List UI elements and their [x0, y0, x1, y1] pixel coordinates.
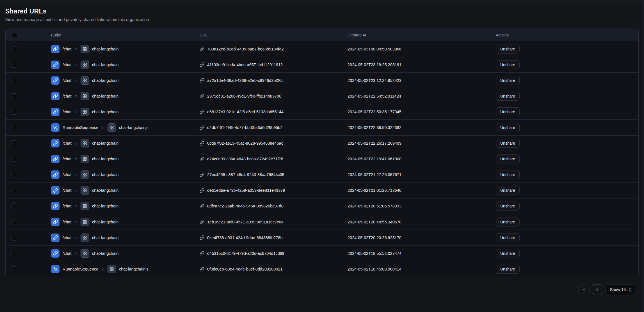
unshare-button[interactable]: Unshare [496, 123, 520, 132]
entity-name: /chat [63, 188, 71, 193]
row-checkbox[interactable] [12, 219, 17, 225]
unshare-button[interactable]: Unshare [496, 107, 520, 116]
row-checkbox[interactable] [12, 125, 17, 130]
entity-cell: /chat in chat-langchain [51, 234, 200, 242]
row-checkbox[interactable] [12, 93, 17, 99]
unshare-button[interactable]: Unshare [496, 186, 520, 195]
actions-cell: Unshare [496, 76, 638, 85]
entity-cell: RunnableSequence in chat-langchainjs [51, 265, 200, 273]
unshare-button[interactable]: Unshare [496, 76, 520, 85]
unshare-button[interactable]: Unshare [496, 60, 520, 69]
shared-url-id[interactable]: 2975dc31-a206-49d1-9fe0-ffb214b83706 [207, 94, 281, 98]
url-cell: 1eb16e21-a6f0-4571-a039-9e91a1ec7c64 [200, 219, 348, 224]
row-checkbox[interactable] [12, 140, 17, 146]
row-checkbox[interactable] [12, 266, 17, 272]
url-link-icon [200, 267, 204, 272]
unshare-button[interactable]: Unshare [496, 45, 520, 54]
entity-type-badge [51, 186, 60, 195]
grid-icon [83, 78, 87, 83]
shared-url-id[interactable]: 41103ee9-bcda-4bed-a657-fbd112911912 [207, 63, 283, 67]
project-name: chat-langchain [92, 94, 118, 98]
shared-url-id[interactable]: e68137c3-921e-42f5-a5cd-5133da656144 [207, 110, 284, 114]
previous-page-button[interactable] [578, 284, 590, 295]
unshare-button[interactable]: Unshare [496, 154, 520, 163]
row-checkbox[interactable] [12, 251, 17, 256]
shared-url-id[interactable]: d2db7f61-2f45-4c77-bbd0-a3d6d26b95b2 [207, 125, 282, 130]
entity-type-badge [51, 234, 60, 242]
unshare-button[interactable]: Unshare [496, 202, 520, 211]
unshare-button[interactable]: Unshare [496, 139, 520, 148]
row-checkbox[interactable] [12, 46, 17, 52]
unshare-button[interactable]: Unshare [496, 92, 520, 101]
shared-url-id[interactable]: 0ce4f738-d931-424d-9dbe-684388fb278b [207, 235, 282, 240]
project-badge [81, 249, 89, 258]
shared-url-id[interactable]: 27ec4255-c887-48d4-9243-88aa79844c35 [207, 172, 284, 177]
unshare-button[interactable]: Unshare [496, 218, 520, 227]
grid-icon [83, 251, 87, 256]
entity-type-badge [51, 218, 60, 226]
row-checkbox-cell [6, 109, 51, 115]
url-cell: deb5edbe-a73b-4259-a053-dee831e43379 [200, 188, 348, 193]
table-row: RunnableSequence in chat-langchainjs 8f8… [6, 261, 638, 277]
created-at: 2024-05-02T20:40:55.340670 [348, 220, 496, 224]
in-label: in [74, 63, 77, 67]
entity-cell: /chat in chat-langchain [51, 155, 200, 163]
project-badge [108, 123, 116, 132]
actions-cell: Unshare [496, 265, 638, 274]
shared-url-id[interactable]: deb5edbe-a73b-4259-a053-dee831e43379 [207, 188, 285, 193]
entity-cell: /chat in chat-langchain [51, 108, 200, 116]
row-checkbox[interactable] [12, 203, 17, 209]
url-link-icon [200, 141, 204, 146]
entity-cell: /chat in chat-langchain [51, 249, 200, 258]
window-top-strip [0, 0, 644, 3]
url-cell: d2db7f61-2f45-4c77-bbd0-a3d6d26b95b2 [200, 125, 348, 130]
url-cell: 0cde7f02-ae13-45ac-8628-9954638e46ac [200, 141, 348, 146]
row-checkbox[interactable] [12, 78, 17, 83]
shared-url-id[interactable]: d4b315c0-8179-479d-a20d-ac6704d1cd89 [207, 251, 284, 256]
next-page-button[interactable] [592, 284, 603, 295]
url-link-icon [200, 204, 204, 209]
row-checkbox-cell [6, 235, 51, 241]
shared-url-id[interactable]: 8dfca7e2-2aab-4646-946a-089826bc37d0 [207, 204, 284, 208]
row-checkbox[interactable] [12, 109, 17, 115]
row-checkbox[interactable] [12, 172, 17, 177]
shared-url-id[interactable]: 0cde7f02-ae13-45ac-8628-9954638e46ac [207, 141, 283, 145]
page-title: Shared URLs [5, 8, 47, 15]
page-size-select[interactable]: Show 15 [605, 284, 636, 295]
shared-url-id[interactable]: 1eb16e21-a6f0-4571-a039-9e91a1ec7c64 [207, 220, 284, 224]
entity-cell: /chat in chat-langchain [51, 61, 200, 69]
row-checkbox[interactable] [12, 156, 17, 162]
unshare-button[interactable]: Unshare [496, 170, 520, 179]
project-badge [108, 265, 116, 273]
link-icon [53, 78, 58, 83]
created-at: 2024-05-02T20:51:06.578933 [348, 204, 496, 208]
entity-name: /chat [63, 94, 71, 98]
entity-type-badge [51, 170, 60, 179]
link-icon [53, 109, 58, 114]
entity-type-badge [51, 202, 60, 210]
unshare-button[interactable]: Unshare [496, 265, 520, 274]
entity-cell: /chat in chat-langchain [51, 139, 200, 147]
row-checkbox[interactable] [12, 188, 17, 193]
unshare-button[interactable]: Unshare [496, 249, 520, 258]
scrollbar-track[interactable] [643, 0, 644, 312]
url-cell: a72a1da4-06ad-4366-a2eb-c8946d35f26c [200, 78, 348, 83]
shared-url-id[interactable]: 703a12ed-b2dd-4495-ba67-b6c8b5184fe2 [207, 47, 284, 51]
row-checkbox[interactable] [12, 235, 17, 241]
actions-cell: Unshare [496, 92, 638, 101]
project-name: chat-langchain [92, 78, 118, 83]
row-checkbox-cell [6, 125, 51, 130]
project-name: chat-langchain [92, 204, 118, 208]
shared-url-id[interactable]: a72a1da4-06ad-4366-a2eb-c8946d35f26c [207, 78, 284, 83]
sequence-icon [53, 125, 58, 130]
select-all-checkbox[interactable] [12, 32, 17, 38]
actions-cell: Unshare [496, 154, 638, 163]
project-badge [81, 139, 89, 147]
grid-icon [83, 188, 87, 193]
row-checkbox-cell [6, 266, 51, 272]
unshare-button[interactable]: Unshare [496, 233, 520, 242]
row-checkbox[interactable] [12, 62, 17, 68]
shared-url-id[interactable]: 8f8dc0eb-69e4-4e4e-b3ef-8dd200203421 [207, 267, 282, 271]
shared-url-id[interactable]: d24c0d99-c36a-4848-bcaa-872497e71f76 [207, 157, 283, 161]
grid-icon [83, 204, 87, 208]
